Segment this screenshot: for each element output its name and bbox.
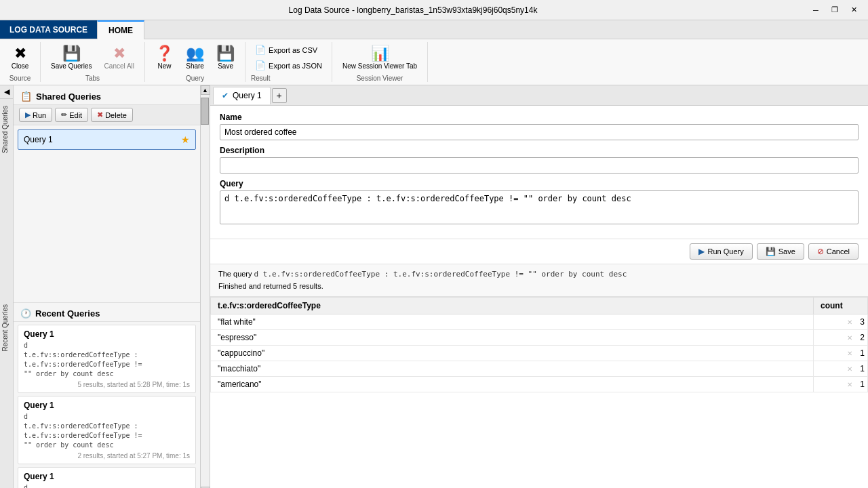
left-panel: 📋 Shared Queries ▶ Run ✏ Edit ✖ Delete xyxy=(14,85,200,488)
name-label: Name xyxy=(220,113,859,122)
query-tab-1[interactable]: ✔ Query 1 xyxy=(213,87,271,104)
form-actions: ▶ Run Query 💾 Save ⊘ Cancel xyxy=(210,239,868,264)
remove-icon[interactable]: ✕ xyxy=(847,365,852,373)
scroll-up-arrow[interactable]: ▲ xyxy=(201,85,210,95)
cell-type: "cappuccino" xyxy=(211,346,814,361)
recent-item-meta: 5 results, started at 5:28 PM, time: 1s xyxy=(24,381,190,388)
query-group: ❓ New 👥 Share 💾 Save Query xyxy=(145,42,245,82)
table-row: "macchiato" ✕ 1 xyxy=(211,361,868,377)
shared-queries-toolbar: ▶ Run ✏ Edit ✖ Delete xyxy=(14,105,200,125)
remove-icon[interactable]: ✕ xyxy=(847,334,852,342)
save-button[interactable]: 💾 Save xyxy=(212,43,239,73)
result-group-label: Result xyxy=(251,75,270,82)
delete-button[interactable]: ✖ Delete xyxy=(91,108,133,122)
cancel-query-icon: ⊘ xyxy=(817,247,824,256)
right-panel: ✔ Query 1 + Name Description Query d t.e… xyxy=(210,85,868,488)
cell-type: "americano" xyxy=(211,377,814,392)
result-group: 📄 Export as CSV 📄 Export as JSON Result xyxy=(245,42,332,82)
remove-icon[interactable]: ✕ xyxy=(847,319,852,326)
description-input[interactable] xyxy=(220,157,859,174)
save-icon: 💾 xyxy=(216,46,235,61)
list-item[interactable]: Query 1 d t.e.fv:s:orderedCoffeeType : t… xyxy=(18,396,196,464)
list-item[interactable]: Query 1 ★ xyxy=(18,129,196,150)
cell-count: ✕ 1 xyxy=(814,361,868,377)
results-info: The query d t.e.fv:s:orderedCoffeeType :… xyxy=(210,264,868,297)
run-query-icon: ▶ xyxy=(698,247,705,256)
source-buttons: ✖ Close xyxy=(7,42,34,73)
list-item[interactable]: Query 1 d t.e.fv:s:orderedCoffeeType : t… xyxy=(18,325,196,393)
remove-icon[interactable]: ✕ xyxy=(847,381,852,388)
recent-item-title: Query 1 xyxy=(24,472,190,481)
cancel-all-button[interactable]: ✖ Cancel All xyxy=(100,43,139,73)
scroll-thumb[interactable] xyxy=(201,98,209,125)
source-group-label: Source xyxy=(9,75,31,82)
query-group-label: Query xyxy=(186,75,204,82)
cell-type: "espresso" xyxy=(211,330,814,346)
home-tab[interactable]: HOME xyxy=(97,20,144,39)
run-icon: ▶ xyxy=(25,110,31,119)
tabs-group: 💾 Save Queries ✖ Cancel All Tabs xyxy=(41,42,145,82)
list-item[interactable]: Query 1 d t.e.fv:s:orderedCoffeeType : t… xyxy=(18,467,196,488)
left-panel-scrollbar: ▲ ▼ xyxy=(200,85,210,488)
table-row: "americano" ✕ 1 xyxy=(211,377,868,392)
shared-queries-label: Shared Queries xyxy=(36,92,101,102)
session-viewer-icon: 📊 xyxy=(371,46,389,61)
export-json-icon: 📄 xyxy=(255,60,266,70)
query-textarea[interactable]: d t.e.fv:s:orderedCoffeeType : t.e.fv:s:… xyxy=(220,190,859,224)
table-row: "espresso" ✕ 2 xyxy=(211,330,868,346)
titlebar-title: Log Data Source - longberry_baristas_1n5… xyxy=(19,5,807,15)
collapse-panel-btn[interactable]: ◀ xyxy=(0,85,14,99)
recent-item-meta: 2 results, started at 5:27 PM, time: 1s xyxy=(24,452,190,460)
edit-icon: ✏ xyxy=(61,110,67,119)
share-button[interactable]: 👥 Share xyxy=(181,43,209,73)
description-field: Description xyxy=(220,146,859,174)
recent-queries-vertical-label: Recent Queries xyxy=(1,304,9,351)
session-viewer-buttons: 📊 New Session Viewer Tab xyxy=(338,42,422,73)
query-item-name: Query 1 xyxy=(24,135,53,144)
name-input[interactable] xyxy=(220,124,859,140)
shared-queries-icon: 📋 xyxy=(20,91,32,102)
table-row: "cappuccino" ✕ 1 xyxy=(211,346,868,361)
cancel-query-button[interactable]: ⊘ Cancel xyxy=(808,243,859,260)
main-layout: ◀ Shared Queries Recent Queries 📋 Shared… xyxy=(0,85,868,488)
table-header-row: t.e.fv:s:orderedCoffeeType count xyxy=(211,298,868,314)
recent-item-code: d t.e.fv:s:orderedCoffeeType : t.e.fv:s:… xyxy=(24,412,190,450)
cancel-all-icon: ✖ xyxy=(113,46,125,61)
save-query-button[interactable]: 💾 Save xyxy=(757,243,804,260)
run-query-button[interactable]: ▶ Run Query xyxy=(690,243,752,260)
results-table: t.e.fv:s:orderedCoffeeType count "flat w… xyxy=(210,297,868,392)
results-area: The query d t.e.fv:s:orderedCoffeeType :… xyxy=(210,264,868,488)
edit-button[interactable]: ✏ Edit xyxy=(55,108,88,122)
cell-count: ✕ 1 xyxy=(814,377,868,392)
query-form: Name Description Query d t.e.fv:s:ordere… xyxy=(210,106,868,239)
close-icon: ✖ xyxy=(14,46,26,61)
export-csv-button[interactable]: 📄 Export as CSV xyxy=(251,43,321,56)
table-row: "flat white" ✕ 3 xyxy=(211,314,868,330)
cell-count: ✕ 2 xyxy=(814,330,868,346)
session-viewer-group-label: Session Viewer xyxy=(357,75,403,82)
add-tab-button[interactable]: + xyxy=(272,88,287,103)
titlebar: Log Data Source - longberry_baristas_1n5… xyxy=(0,0,868,20)
recent-item-code: d t.e.fv:s:orderedCoffeeType : t.e.fv:s:… xyxy=(24,341,190,379)
export-json-button[interactable]: 📄 Export as JSON xyxy=(251,59,326,72)
log-datasource-tab[interactable]: LOG DATA SOURCE xyxy=(0,20,97,39)
recent-queries-header: 🕐 Recent Queries xyxy=(14,302,200,322)
share-icon: 👥 xyxy=(186,46,204,61)
new-session-viewer-button[interactable]: 📊 New Session Viewer Tab xyxy=(338,43,422,73)
new-button[interactable]: ❓ New xyxy=(151,43,178,73)
save-queries-button[interactable]: 💾 Save Queries xyxy=(46,43,97,73)
recent-queries-label: Recent Queries xyxy=(35,308,100,319)
run-button[interactable]: ▶ Run xyxy=(19,108,52,122)
remove-icon[interactable]: ✕ xyxy=(847,350,852,357)
ribbon: LOG DATA SOURCE HOME ✖ Close Source 💾 Sa… xyxy=(0,20,868,85)
restore-button[interactable]: ❐ xyxy=(826,3,844,17)
minimize-button[interactable]: ─ xyxy=(807,3,825,17)
col-count-header: count xyxy=(814,298,868,314)
delete-icon: ✖ xyxy=(97,110,103,119)
export-csv-icon: 📄 xyxy=(255,45,266,55)
close-button[interactable]: ✕ xyxy=(845,3,863,17)
tabs-buttons: 💾 Save Queries ✖ Cancel All xyxy=(46,42,139,73)
scroll-track[interactable] xyxy=(201,95,210,487)
titlebar-controls: ─ ❐ ✕ xyxy=(807,3,863,17)
close-button[interactable]: ✖ Close xyxy=(7,43,34,73)
